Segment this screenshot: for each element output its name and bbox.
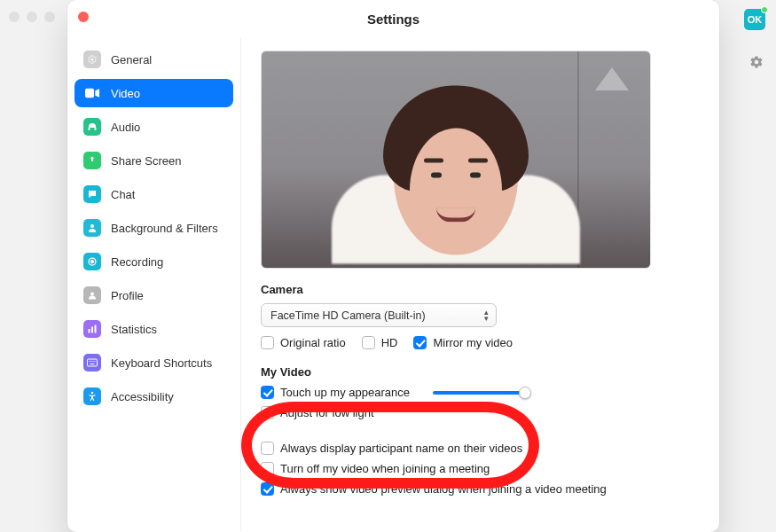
touch-up-slider[interactable] bbox=[433, 391, 525, 395]
sidebar-item-accessibility[interactable]: Accessibility bbox=[74, 382, 233, 411]
checkbox-icon bbox=[261, 482, 274, 496]
sidebar-item-video[interactable]: Video bbox=[74, 79, 233, 107]
bg-light bbox=[44, 12, 55, 22]
window-title: Settings bbox=[67, 0, 719, 38]
svg-rect-16 bbox=[90, 364, 95, 364]
video-preview bbox=[261, 51, 651, 269]
bg-light bbox=[27, 12, 37, 22]
sidebar-item-profile[interactable]: Profile bbox=[74, 281, 233, 309]
checkbox-icon bbox=[261, 462, 274, 475]
settings-window: Settings General Video Audio bbox=[67, 0, 719, 532]
sidebar-item-recording[interactable]: Recording bbox=[74, 247, 233, 276]
accessibility-icon bbox=[83, 387, 101, 405]
presence-dot-icon bbox=[761, 6, 768, 13]
mirror-video-checkbox[interactable]: Mirror my video bbox=[413, 336, 513, 349]
sidebar-item-label: Statistics bbox=[111, 323, 157, 336]
sidebar-item-label: Profile bbox=[111, 289, 144, 302]
svg-rect-13 bbox=[91, 361, 92, 362]
chat-icon bbox=[83, 185, 101, 203]
video-icon bbox=[83, 84, 101, 102]
svg-point-4 bbox=[90, 224, 94, 228]
original-ratio-checkbox[interactable]: Original ratio bbox=[261, 336, 346, 349]
svg-rect-12 bbox=[90, 361, 90, 362]
chevron-updown-icon: ▴▾ bbox=[484, 309, 489, 322]
record-icon bbox=[83, 253, 101, 270]
sidebar-item-statistics[interactable]: Statistics bbox=[74, 315, 233, 343]
profile-icon bbox=[83, 286, 101, 304]
sidebar-item-label: Background & Filters bbox=[111, 222, 218, 235]
svg-rect-1 bbox=[85, 89, 94, 98]
checkbox-label: Always display participant name on their… bbox=[280, 442, 522, 455]
checkbox-label: Touch up my appearance bbox=[280, 386, 410, 399]
sidebar-item-label: Chat bbox=[111, 188, 135, 201]
sidebar-item-label: Audio bbox=[111, 121, 140, 134]
camera-section-label: Camera bbox=[261, 283, 700, 296]
svg-rect-8 bbox=[89, 329, 90, 333]
adjust-low-light-checkbox[interactable]: Adjust for low light bbox=[261, 406, 374, 419]
settings-content: Camera FaceTime HD Camera (Built-in) ▴▾ … bbox=[241, 38, 719, 531]
sidebar-item-label: Video bbox=[111, 87, 140, 100]
profile-avatar[interactable]: OK bbox=[744, 9, 765, 30]
bg-light bbox=[9, 12, 20, 22]
sidebar-item-share-screen[interactable]: Share Screen bbox=[74, 146, 233, 175]
sidebar-item-label: Keyboard Shortcuts bbox=[111, 356, 212, 370]
checkbox-label: HD bbox=[381, 336, 398, 349]
background-traffic-lights bbox=[9, 12, 55, 22]
svg-rect-10 bbox=[95, 325, 97, 333]
settings-gear-icon[interactable] bbox=[749, 55, 764, 73]
sidebar-item-general[interactable]: General bbox=[74, 45, 233, 74]
sidebar-item-background-filters[interactable]: Background & Filters bbox=[74, 214, 233, 242]
gear-icon bbox=[83, 51, 101, 68]
sidebar-item-label: Share Screen bbox=[111, 154, 182, 168]
camera-select[interactable]: FaceTime HD Camera (Built-in) ▴▾ bbox=[261, 303, 497, 327]
slider-knob-icon bbox=[519, 387, 531, 399]
sidebar-item-label: General bbox=[111, 53, 152, 66]
svg-rect-2 bbox=[89, 128, 90, 131]
checkbox-icon bbox=[362, 336, 375, 349]
svg-rect-11 bbox=[88, 359, 98, 366]
svg-rect-14 bbox=[93, 361, 94, 362]
bar-chart-icon bbox=[83, 320, 101, 338]
sidebar-item-keyboard-shortcuts[interactable]: Keyboard Shortcuts bbox=[74, 348, 233, 377]
svg-rect-3 bbox=[95, 128, 97, 131]
display-participant-name-checkbox[interactable]: Always display participant name on their… bbox=[261, 442, 522, 455]
svg-point-7 bbox=[90, 293, 94, 296]
checkbox-label: Adjust for low light bbox=[280, 406, 374, 419]
checkbox-icon bbox=[261, 406, 274, 419]
touch-up-appearance-checkbox[interactable]: Touch up my appearance bbox=[261, 386, 410, 399]
person-icon bbox=[83, 219, 101, 237]
checkbox-label: Original ratio bbox=[280, 336, 346, 349]
svg-point-17 bbox=[91, 392, 94, 395]
svg-point-0 bbox=[91, 59, 94, 61]
my-video-section-label: My Video bbox=[261, 365, 700, 379]
checkbox-icon bbox=[261, 386, 274, 399]
headphones-icon bbox=[83, 118, 101, 136]
settings-sidebar: General Video Audio Share Screen bbox=[67, 38, 241, 531]
sidebar-item-label: Accessibility bbox=[111, 390, 174, 403]
video-preview-dialog-checkbox[interactable]: Always show video preview dialog when jo… bbox=[261, 482, 607, 496]
svg-point-6 bbox=[91, 261, 94, 263]
checkbox-label: Mirror my video bbox=[433, 336, 513, 349]
hd-checkbox[interactable]: HD bbox=[362, 336, 398, 349]
checkbox-icon bbox=[261, 442, 274, 455]
sidebar-item-audio[interactable]: Audio bbox=[74, 113, 233, 141]
keyboard-icon bbox=[83, 354, 101, 372]
sidebar-item-chat[interactable]: Chat bbox=[74, 180, 233, 208]
turn-off-video-join-checkbox[interactable]: Turn off my video when joining a meeting bbox=[261, 462, 490, 475]
svg-rect-9 bbox=[91, 327, 93, 333]
camera-select-value: FaceTime HD Camera (Built-in) bbox=[270, 309, 426, 322]
svg-rect-15 bbox=[95, 361, 96, 362]
share-screen-icon bbox=[83, 152, 101, 169]
checkbox-icon bbox=[261, 336, 274, 349]
checkbox-label: Always show video preview dialog when jo… bbox=[280, 482, 607, 496]
sidebar-item-label: Recording bbox=[111, 255, 163, 269]
checkbox-icon bbox=[413, 336, 427, 349]
close-button[interactable] bbox=[78, 12, 89, 22]
checkbox-label: Turn off my video when joining a meeting bbox=[280, 462, 490, 475]
avatar-initials: OK bbox=[748, 14, 763, 25]
